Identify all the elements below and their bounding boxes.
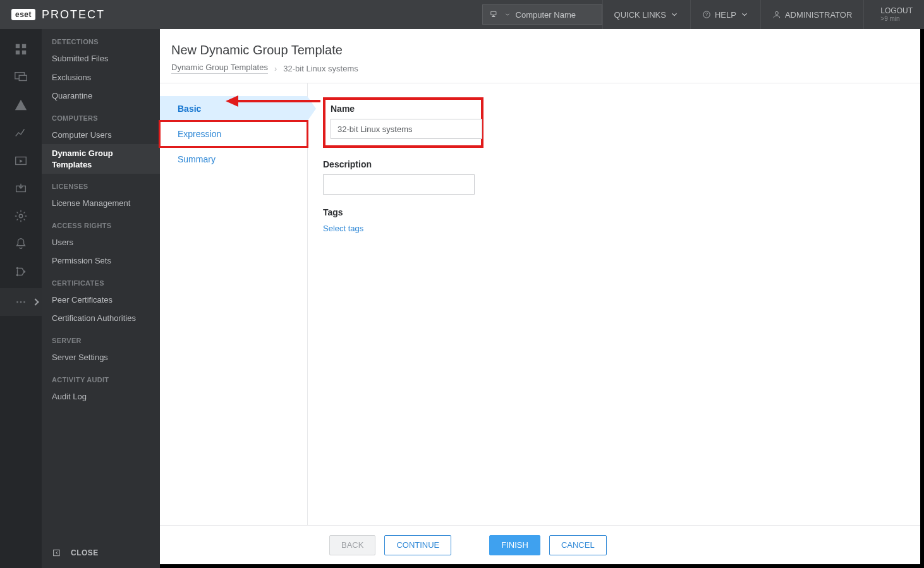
svg-text:?: ? (705, 12, 708, 16)
sidebar-item-computer-users[interactable]: Computer Users (42, 126, 160, 145)
svg-point-11 (19, 214, 23, 218)
sidebar-item-license-management[interactable]: License Management (42, 194, 160, 213)
svg-rect-4 (22, 44, 26, 48)
user-icon (772, 10, 781, 19)
sidebar-item-users[interactable]: Users (42, 233, 160, 252)
sidebar-close[interactable]: CLOSE (42, 538, 160, 568)
rail-notifications[interactable] (0, 230, 42, 258)
back-button: BACK (329, 535, 375, 555)
rail-status[interactable] (0, 258, 42, 286)
svg-point-2 (775, 11, 779, 15)
description-input[interactable] (323, 174, 475, 195)
sidebar-section-access-rights: ACCESS RIGHTS (42, 213, 160, 233)
rail-more[interactable] (0, 288, 42, 316)
page-title: New Dynamic Group Template (171, 43, 909, 57)
chevron-down-icon (504, 11, 511, 18)
chevron-right-icon: › (274, 64, 277, 73)
brand: eset PROTECT (0, 8, 160, 21)
quick-links-menu[interactable]: QUICK LINKS (602, 0, 690, 29)
gear-icon (14, 209, 28, 223)
rail-tasks[interactable] (0, 147, 42, 174)
sidebar: DETECTIONS Submitted Files Exclusions Qu… (42, 29, 160, 568)
status-icon (14, 265, 28, 279)
svg-point-15 (16, 301, 18, 303)
cancel-button[interactable]: CANCEL (549, 535, 607, 555)
collapse-icon (52, 548, 62, 558)
main: New Dynamic Group Template Dynamic Group… (160, 29, 924, 568)
svg-rect-5 (16, 51, 20, 54)
sidebar-item-certification-authorities[interactable]: Certification Authorities (42, 309, 160, 328)
description-label: Description (323, 159, 487, 169)
warning-icon (14, 98, 28, 112)
grid-icon (14, 42, 28, 56)
sidebar-item-quarantine[interactable]: Quarantine (42, 87, 160, 106)
sidebar-item-submitted-files[interactable]: Submitted Files (42, 49, 160, 68)
name-field-highlight: Name (323, 97, 483, 148)
topbar: eset PROTECT Computer Name QUICK LINKS ?… (0, 0, 924, 29)
breadcrumb: Dynamic Group Templates › 32-bit Linux s… (171, 63, 909, 74)
play-folder-icon (14, 154, 28, 167)
step-basic[interactable]: Basic (160, 96, 307, 121)
installer-icon (14, 181, 28, 195)
more-icon (14, 295, 28, 309)
search-placeholder: Computer Name (516, 10, 576, 20)
step-summary[interactable]: Summary (160, 147, 307, 172)
sidebar-section-certificates: CERTIFICATES (42, 270, 160, 291)
svg-point-13 (16, 274, 19, 277)
sidebar-item-dynamic-group-templates[interactable]: Dynamic Group Templates (42, 144, 160, 174)
sidebar-section-detections: DETECTIONS (42, 29, 160, 49)
icon-rail (0, 29, 42, 568)
monitor-icon (489, 10, 499, 19)
rail-installers[interactable] (0, 174, 42, 202)
main-header: New Dynamic Group Template Dynamic Group… (160, 29, 920, 83)
chart-icon (14, 126, 28, 140)
wizard-steps: Basic Expression Summary (160, 83, 308, 525)
breadcrumb-current: 32-bit Linux systems (283, 64, 358, 73)
rail-detections[interactable] (0, 91, 42, 119)
sidebar-item-audit-log[interactable]: Audit Log (42, 387, 160, 406)
svg-rect-3 (16, 44, 20, 48)
help-menu[interactable]: ? HELP (690, 0, 760, 29)
sidebar-item-exclusions[interactable]: Exclusions (42, 68, 160, 87)
sidebar-item-peer-certificates[interactable]: Peer Certificates (42, 291, 160, 310)
step-expression[interactable]: Expression (160, 121, 307, 147)
svg-rect-6 (22, 51, 26, 54)
svg-point-16 (20, 301, 22, 303)
chevron-down-icon (740, 10, 749, 19)
sidebar-section-licenses: LICENSES (42, 174, 160, 194)
rail-dashboard[interactable] (0, 35, 42, 63)
administrator-menu[interactable]: ADMINISTRATOR (760, 0, 863, 29)
help-icon: ? (702, 10, 711, 19)
logout-button[interactable]: LOGOUT >9 min (863, 0, 924, 29)
select-tags-link[interactable]: Select tags (323, 224, 363, 233)
wizard-footer: BACK CONTINUE FINISH CANCEL (160, 525, 920, 564)
rail-reports[interactable] (0, 119, 42, 147)
sidebar-item-server-settings[interactable]: Server Settings (42, 348, 160, 367)
brand-badge: eset (11, 9, 35, 20)
sidebar-section-computers: COMPUTERS (42, 106, 160, 126)
tags-label: Tags (323, 207, 487, 217)
breadcrumb-parent[interactable]: Dynamic Group Templates (171, 63, 268, 74)
svg-rect-8 (19, 75, 27, 80)
rail-policies[interactable] (0, 202, 42, 230)
form-panel: Name Description Tags Select tags (308, 83, 920, 525)
bell-icon (14, 237, 28, 251)
brand-text: PROTECT (42, 8, 105, 21)
name-label: Name (331, 104, 476, 114)
chevron-down-icon (670, 10, 679, 19)
sidebar-section-server: SERVER (42, 328, 160, 348)
name-input[interactable] (331, 119, 482, 139)
monitor-icon (14, 70, 28, 84)
continue-button[interactable]: CONTINUE (384, 535, 451, 555)
svg-point-12 (16, 267, 19, 270)
rail-computers[interactable] (0, 63, 42, 91)
sidebar-section-activity-audit: ACTIVITY AUDIT (42, 367, 160, 387)
computer-search[interactable]: Computer Name (482, 4, 602, 25)
sidebar-item-permission-sets[interactable]: Permission Sets (42, 251, 160, 270)
finish-button[interactable]: FINISH (489, 535, 540, 555)
svg-point-17 (23, 301, 25, 303)
